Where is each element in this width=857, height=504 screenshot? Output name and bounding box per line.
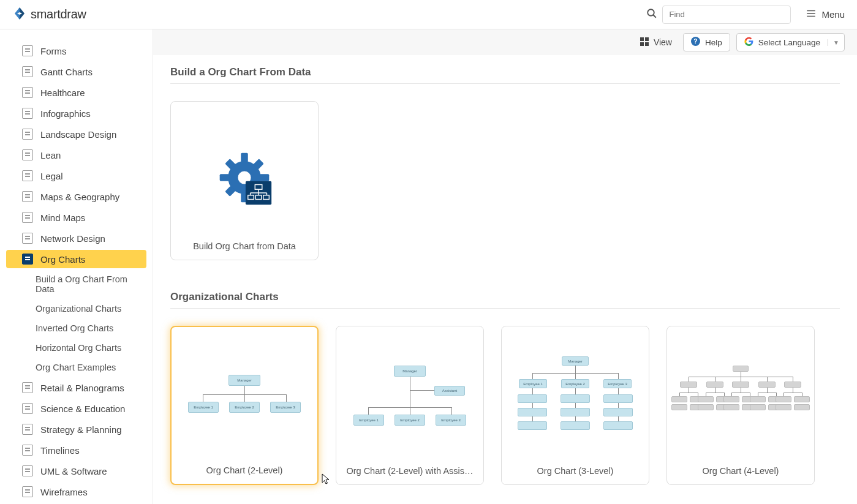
svg-rect-13 bbox=[25, 132, 30, 133]
svg-rect-34 bbox=[25, 450, 30, 451]
svg-rect-26 bbox=[25, 259, 30, 260]
search-icon[interactable] bbox=[646, 8, 657, 21]
science-icon bbox=[22, 403, 33, 414]
search-input[interactable] bbox=[662, 6, 791, 24]
sidebar-item-healthcare[interactable]: Healthcare bbox=[6, 83, 146, 102]
sidebar-item-uml-software[interactable]: UML & Software bbox=[6, 462, 146, 480]
sidebar-subitem-org-chart-examples[interactable]: Org Chart Examples bbox=[0, 359, 153, 376]
section-title: Build a Org Chart From Data bbox=[170, 66, 840, 84]
svg-rect-36 bbox=[25, 471, 30, 472]
svg-rect-25 bbox=[25, 257, 30, 258]
svg-rect-18 bbox=[25, 176, 30, 177]
svg-rect-49 bbox=[260, 174, 269, 181]
language-button[interactable]: Select Language ▼ bbox=[736, 33, 845, 51]
card-preview bbox=[176, 114, 313, 241]
card-label: Org Chart (2-Level) bbox=[176, 465, 312, 475]
sidebar-item-mind-maps[interactable]: Mind Maps bbox=[6, 208, 146, 227]
help-label: Help bbox=[705, 38, 722, 47]
landscape-icon bbox=[22, 129, 33, 140]
svg-rect-16 bbox=[25, 155, 30, 156]
grid-icon bbox=[640, 37, 649, 48]
sidebar-item-landscape-design[interactable]: Landscape Design bbox=[6, 125, 146, 143]
svg-rect-21 bbox=[25, 215, 30, 216]
wireframe-icon bbox=[22, 486, 33, 497]
sidebar-item-label: Network Design bbox=[40, 233, 105, 244]
svg-rect-30 bbox=[25, 408, 30, 410]
logo[interactable]: smartdraw bbox=[12, 6, 86, 23]
svg-rect-40 bbox=[645, 37, 649, 41]
card-label: Org Chart (4-Level) bbox=[672, 466, 809, 476]
svg-rect-27 bbox=[25, 385, 30, 386]
google-icon bbox=[744, 37, 753, 48]
svg-point-0 bbox=[648, 9, 655, 16]
svg-rect-6 bbox=[25, 51, 30, 52]
svg-rect-10 bbox=[25, 92, 30, 94]
map-icon bbox=[22, 191, 33, 202]
sidebar-item-label: Retail & Planograms bbox=[40, 383, 124, 393]
svg-rect-5 bbox=[25, 48, 30, 50]
svg-rect-38 bbox=[25, 492, 30, 493]
sidebar-subitem-organizational-charts[interactable]: Organizational Charts bbox=[0, 300, 153, 317]
sidebar-item-science-education[interactable]: Science & Education bbox=[6, 399, 146, 418]
view-button[interactable]: View bbox=[635, 34, 677, 51]
help-button[interactable]: ? Help bbox=[683, 33, 730, 51]
template-card-org2[interactable]: ManagerEmployee 1Employee 2Employee 3Org… bbox=[170, 326, 319, 485]
chevron-down-icon: ▼ bbox=[828, 39, 839, 46]
sidebar: FormsGantt ChartsHealthcareInfographicsL… bbox=[0, 29, 153, 504]
card-label: Org Chart (3-Level) bbox=[507, 466, 644, 476]
svg-rect-7 bbox=[25, 69, 30, 70]
template-card-org2a[interactable]: ManagerAssistantEmployee 1Employee 2Empl… bbox=[336, 326, 484, 485]
retail-icon bbox=[22, 382, 33, 393]
menu-label: Menu bbox=[821, 9, 845, 20]
card-preview bbox=[672, 339, 809, 466]
template-card-org3[interactable]: ManagerEmployee 1Employee 2Employee 3Org… bbox=[501, 326, 649, 485]
plus-icon bbox=[22, 87, 33, 98]
svg-text:?: ? bbox=[693, 38, 697, 45]
svg-rect-39 bbox=[640, 37, 644, 41]
svg-rect-8 bbox=[25, 72, 30, 73]
svg-rect-42 bbox=[645, 42, 649, 46]
sidebar-item-strategy-planning[interactable]: Strategy & Planning bbox=[6, 420, 146, 438]
svg-rect-20 bbox=[25, 197, 30, 198]
language-label: Select Language bbox=[758, 38, 820, 47]
sidebar-item-timelines[interactable]: Timelines bbox=[6, 441, 146, 459]
scale-icon bbox=[22, 170, 33, 181]
sidebar-item-gantt-charts[interactable]: Gantt Charts bbox=[6, 62, 146, 81]
sidebar-item-label: Lean bbox=[40, 150, 61, 160]
svg-rect-46 bbox=[241, 153, 248, 162]
svg-rect-35 bbox=[25, 468, 30, 470]
sidebar-item-infographics[interactable]: Infographics bbox=[6, 104, 146, 122]
sidebar-item-label: Maps & Geography bbox=[40, 192, 119, 202]
timeline-icon bbox=[22, 445, 33, 456]
header: smartdraw Menu bbox=[0, 0, 857, 29]
template-card-gear[interactable]: Build Org Chart from Data bbox=[170, 101, 319, 260]
sidebar-item-org-charts[interactable]: Org Charts bbox=[6, 250, 146, 268]
svg-rect-37 bbox=[25, 489, 30, 491]
sidebar-item-legal[interactable]: Legal bbox=[6, 167, 146, 185]
sidebar-item-lean[interactable]: Lean bbox=[6, 146, 146, 164]
svg-rect-33 bbox=[25, 448, 30, 449]
card-row: Build Org Chart from Data bbox=[170, 101, 840, 260]
menu-button[interactable]: Menu bbox=[806, 8, 845, 21]
card-row: ManagerEmployee 1Employee 2Employee 3Org… bbox=[170, 326, 840, 485]
svg-rect-31 bbox=[25, 427, 30, 428]
sidebar-subitem-horizontal-org-charts[interactable]: Horizontal Org Charts bbox=[0, 339, 153, 356]
brand-text: smartdraw bbox=[31, 7, 86, 21]
sidebar-item-label: Legal bbox=[40, 171, 63, 181]
svg-rect-12 bbox=[25, 113, 30, 115]
sidebar-item-forms[interactable]: Forms bbox=[6, 42, 146, 60]
main-area: View ? Help Select Language ▼ Build a Or… bbox=[153, 29, 857, 504]
svg-rect-29 bbox=[25, 406, 30, 407]
sidebar-item-maps-geography[interactable]: Maps & Geography bbox=[6, 187, 146, 206]
gantt-icon bbox=[22, 66, 33, 77]
sidebar-item-retail-planograms[interactable]: Retail & Planograms bbox=[6, 378, 146, 397]
logo-icon bbox=[12, 6, 27, 23]
sidebar-subitem-build-a-org-chart-from-data[interactable]: Build a Org Chart From Data bbox=[0, 271, 153, 298]
sidebar-item-network-design[interactable]: Network Design bbox=[6, 229, 146, 247]
svg-rect-14 bbox=[25, 134, 30, 135]
sidebar-item-wireframes[interactable]: Wireframes bbox=[6, 483, 146, 501]
sidebar-subitem-inverted-org-charts[interactable]: Inverted Org Charts bbox=[0, 320, 153, 337]
form-icon bbox=[22, 45, 33, 56]
sidebar-item-label: Mind Maps bbox=[40, 213, 85, 223]
template-card-org4[interactable]: Org Chart (4-Level) bbox=[666, 326, 815, 485]
